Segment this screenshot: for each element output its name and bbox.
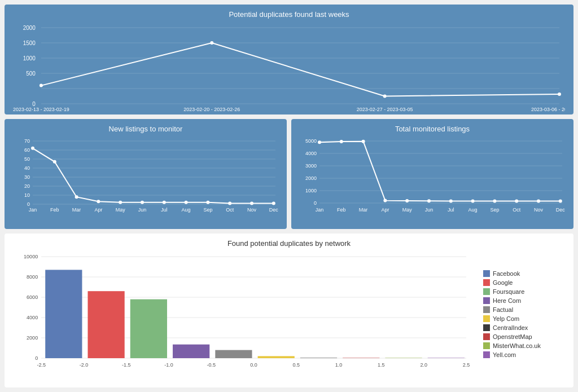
svg-point-14 bbox=[558, 93, 561, 96]
bar-facebook bbox=[45, 270, 82, 358]
legend-label-yelp: Yelp Com bbox=[493, 315, 519, 322]
svg-point-45 bbox=[250, 201, 253, 205]
svg-text:Jun: Jun bbox=[138, 207, 147, 213]
svg-point-38 bbox=[97, 200, 100, 203]
svg-point-46 bbox=[272, 201, 275, 205]
legend-item-here: Here Com bbox=[483, 297, 565, 304]
svg-text:6000: 6000 bbox=[27, 294, 38, 300]
svg-text:2000: 2000 bbox=[23, 25, 36, 31]
legend-item-factual: Factual bbox=[483, 306, 565, 313]
svg-point-71 bbox=[318, 140, 321, 144]
svg-point-78 bbox=[471, 199, 475, 202]
svg-point-12 bbox=[210, 41, 213, 45]
svg-point-35 bbox=[31, 147, 34, 150]
svg-point-36 bbox=[53, 160, 56, 164]
legend-color-factual bbox=[483, 306, 490, 313]
svg-text:Feb: Feb bbox=[337, 207, 346, 213]
middle-right-svg: 5000 4000 3000 2000 1000 0 bbox=[300, 136, 565, 224]
svg-text:50: 50 bbox=[24, 156, 30, 162]
svg-text:Jan: Jan bbox=[29, 207, 37, 213]
middle-right-panel: Total monitored listings 5000 4000 3000 … bbox=[291, 119, 573, 229]
legend-color-misterwhat bbox=[483, 342, 490, 349]
svg-text:2000: 2000 bbox=[27, 335, 38, 341]
top-chart-panel: Potential duplicates found last weeks 20… bbox=[5, 5, 573, 114]
svg-text:Aug: Aug bbox=[182, 207, 191, 213]
svg-text:Jan: Jan bbox=[316, 207, 324, 213]
bar-centralindex bbox=[300, 358, 337, 359]
legend-label-misterwhat: MisterWhat.co.uk bbox=[493, 342, 541, 349]
middle-right-title: Total monitored listings bbox=[300, 125, 565, 133]
svg-text:1.5: 1.5 bbox=[378, 362, 385, 368]
svg-text:5000: 5000 bbox=[305, 138, 317, 144]
svg-point-72 bbox=[340, 140, 343, 143]
svg-text:1500: 1500 bbox=[23, 40, 36, 46]
svg-text:1000: 1000 bbox=[305, 188, 317, 193]
svg-text:2023-02-13 - 2023-02-19: 2023-02-13 - 2023-02-19 bbox=[13, 107, 69, 112]
svg-text:Dec: Dec bbox=[269, 207, 278, 213]
svg-text:0.0: 0.0 bbox=[250, 362, 257, 368]
svg-text:1.0: 1.0 bbox=[335, 362, 343, 368]
svg-text:0.5: 0.5 bbox=[293, 362, 300, 368]
svg-point-73 bbox=[362, 140, 365, 143]
svg-text:60: 60 bbox=[24, 147, 30, 153]
svg-point-11 bbox=[40, 84, 43, 87]
middle-left-panel: New listings to monitor 70 60 50 40 30 2… bbox=[5, 119, 287, 229]
bar-misterwhat bbox=[385, 358, 422, 359]
legend-label-factual: Factual bbox=[493, 306, 513, 313]
legend-color-here bbox=[483, 297, 490, 304]
legend-color-openstretmap bbox=[483, 333, 490, 340]
svg-point-79 bbox=[493, 200, 496, 203]
svg-text:-0.5: -0.5 bbox=[207, 362, 216, 368]
svg-text:40: 40 bbox=[24, 165, 30, 171]
legend-item-foursquare: Foursquare bbox=[483, 288, 565, 295]
bar-foursquare bbox=[130, 299, 167, 358]
svg-text:2.0: 2.0 bbox=[420, 362, 427, 368]
bottom-chart-title: Found potential duplicates by network bbox=[13, 239, 565, 248]
svg-point-44 bbox=[228, 201, 231, 205]
legend-color-foursquare bbox=[483, 288, 490, 295]
svg-text:500: 500 bbox=[26, 71, 36, 77]
svg-text:Apr: Apr bbox=[381, 207, 389, 213]
legend-item-google: Google bbox=[483, 279, 565, 286]
svg-text:2000: 2000 bbox=[305, 175, 317, 181]
svg-text:May: May bbox=[402, 207, 413, 213]
svg-point-81 bbox=[537, 200, 540, 203]
svg-text:2.5: 2.5 bbox=[463, 362, 470, 368]
bottom-chart-panel: Found potential duplicates by network 10… bbox=[5, 234, 573, 387]
svg-text:-1.0: -1.0 bbox=[164, 362, 173, 368]
svg-text:20: 20 bbox=[24, 183, 30, 189]
svg-text:Mar: Mar bbox=[72, 207, 81, 213]
svg-text:-2.5: -2.5 bbox=[37, 362, 46, 368]
middle-left-svg: 70 60 50 40 30 20 10 0 bbox=[13, 136, 278, 224]
svg-text:Mar: Mar bbox=[359, 207, 368, 213]
svg-text:30: 30 bbox=[24, 174, 30, 180]
bar-factual bbox=[215, 350, 252, 358]
legend-item-yell: Yell.com bbox=[483, 351, 565, 358]
svg-text:Jul: Jul bbox=[161, 207, 168, 213]
svg-text:Aug: Aug bbox=[468, 207, 478, 213]
svg-text:8000: 8000 bbox=[27, 274, 38, 280]
svg-text:2023-03-06 - 2023-03-12: 2023-03-06 - 2023-03-12 bbox=[531, 107, 565, 112]
svg-text:0: 0 bbox=[35, 355, 38, 361]
svg-text:Apr: Apr bbox=[94, 207, 102, 213]
svg-point-74 bbox=[383, 199, 387, 202]
legend-color-yell bbox=[483, 351, 490, 358]
svg-point-13 bbox=[383, 95, 387, 98]
svg-point-82 bbox=[559, 200, 562, 203]
legend-item-misterwhat: MisterWhat.co.uk bbox=[483, 342, 565, 349]
svg-point-76 bbox=[427, 199, 431, 202]
svg-text:4000: 4000 bbox=[27, 315, 38, 320]
top-chart-title: Potential duplicates found last weeks bbox=[13, 10, 565, 19]
svg-text:10000: 10000 bbox=[24, 254, 38, 259]
svg-text:Jul: Jul bbox=[448, 207, 454, 213]
bottom-chart-svg: 10000 8000 6000 4000 2000 0 bbox=[13, 251, 478, 375]
svg-text:2023-02-20 - 2023-02-26: 2023-02-20 - 2023-02-26 bbox=[183, 107, 240, 112]
legend-label-yell: Yell.com bbox=[493, 351, 516, 358]
legend-label-centralindex: CentralIndex bbox=[493, 324, 528, 331]
svg-point-75 bbox=[405, 199, 409, 202]
svg-point-77 bbox=[449, 199, 453, 202]
svg-point-80 bbox=[515, 200, 518, 203]
legend-area: Facebook Google Foursquare Here Com Fact… bbox=[483, 251, 565, 377]
svg-point-39 bbox=[119, 201, 122, 204]
svg-text:70: 70 bbox=[24, 138, 30, 144]
